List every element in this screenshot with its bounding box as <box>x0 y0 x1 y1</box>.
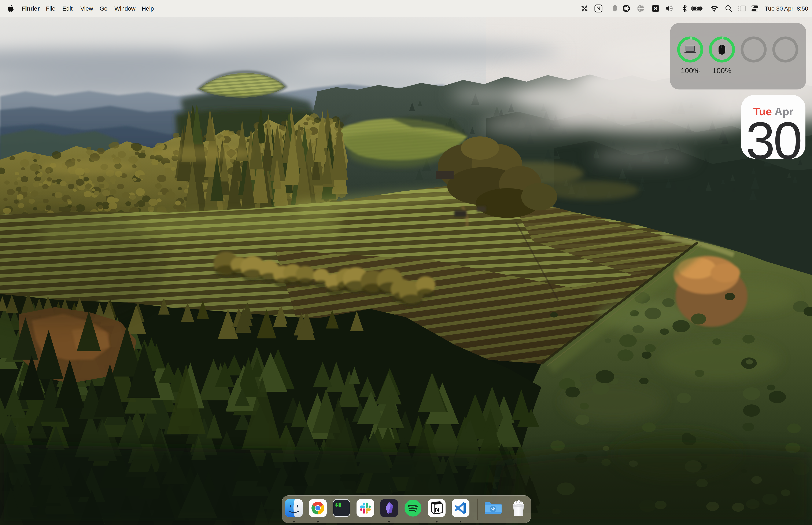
svg-text:N: N <box>435 506 440 513</box>
svg-text:S: S <box>654 6 657 12</box>
svg-text:$: $ <box>335 502 338 508</box>
